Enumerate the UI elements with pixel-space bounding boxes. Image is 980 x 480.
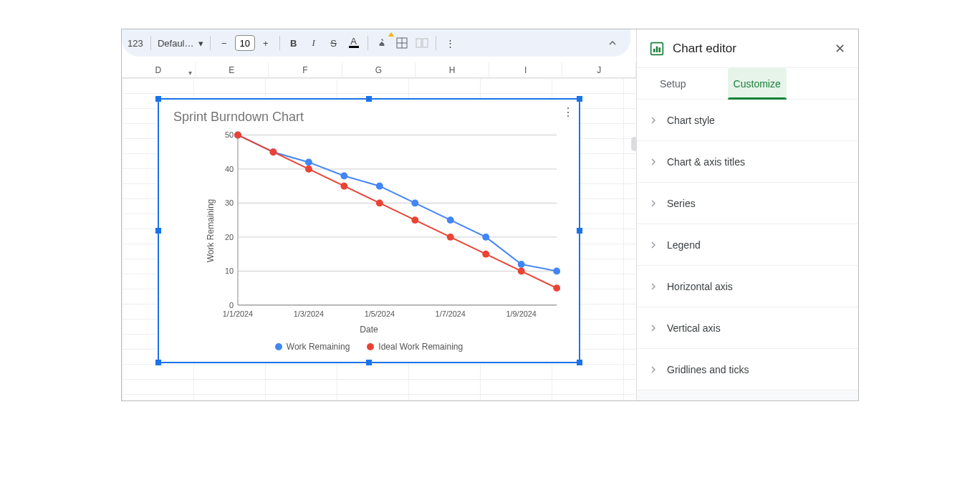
merge-cells-button[interactable] bbox=[413, 34, 431, 52]
svg-point-34 bbox=[234, 132, 241, 139]
toolbar: 123 Defaul… ▾ − + B I S A bbox=[122, 29, 630, 57]
strikethrough-button[interactable]: S bbox=[325, 34, 343, 52]
svg-point-33 bbox=[553, 267, 560, 274]
svg-point-31 bbox=[482, 234, 489, 241]
section-chart-axis-titles[interactable]: Chart & axis titles bbox=[637, 141, 858, 183]
svg-point-35 bbox=[270, 148, 277, 155]
font-family-label: Defaul… bbox=[158, 38, 194, 49]
chart-icon bbox=[650, 42, 664, 56]
svg-rect-4 bbox=[423, 39, 428, 47]
column-header[interactable]: G bbox=[342, 62, 416, 77]
svg-point-41 bbox=[482, 251, 489, 258]
svg-point-32 bbox=[518, 261, 525, 268]
column-header[interactable]: E bbox=[196, 62, 269, 77]
svg-point-26 bbox=[305, 158, 312, 165]
section-gridlines-and-ticks[interactable]: Gridlines and ticks bbox=[637, 349, 858, 390]
chevron-right-icon bbox=[650, 198, 657, 209]
svg-text:1/7/2024: 1/7/2024 bbox=[436, 309, 466, 318]
svg-text:1/9/2024: 1/9/2024 bbox=[506, 309, 537, 318]
sheet-area[interactable]: D▾EFGHIJ ⋮ Sprint Burndown Chart Work Re… bbox=[122, 62, 636, 400]
section-label: Chart style bbox=[667, 115, 715, 126]
svg-text:40: 40 bbox=[225, 165, 234, 173]
svg-point-43 bbox=[553, 284, 560, 292]
section-label: Horizontal axis bbox=[667, 281, 733, 292]
svg-text:50: 50 bbox=[225, 130, 234, 139]
chevron-down-icon: ▾ bbox=[198, 38, 203, 49]
svg-text:1/1/2024: 1/1/2024 bbox=[223, 309, 253, 318]
spreadsheet-pane: 123 Defaul… ▾ − + B I S A bbox=[122, 29, 636, 400]
column-header[interactable]: J bbox=[562, 62, 636, 77]
svg-rect-47 bbox=[659, 47, 661, 52]
number-format-button[interactable]: 123 bbox=[125, 34, 146, 52]
chevron-right-icon bbox=[650, 239, 657, 251]
svg-point-28 bbox=[376, 183, 383, 190]
svg-text:1/5/2024: 1/5/2024 bbox=[365, 309, 395, 318]
font-size-input[interactable] bbox=[235, 35, 255, 51]
svg-point-30 bbox=[447, 216, 454, 224]
section-label: Gridlines and ticks bbox=[667, 364, 749, 375]
svg-text:0: 0 bbox=[229, 301, 234, 309]
column-header[interactable]: D▾ bbox=[122, 62, 196, 77]
svg-point-37 bbox=[340, 183, 347, 190]
toolbar-separator bbox=[368, 36, 368, 50]
font-size-decrease-button[interactable]: − bbox=[215, 34, 234, 52]
section-horizontal-axis[interactable]: Horizontal axis bbox=[637, 266, 858, 307]
column-headers: D▾EFGHIJ bbox=[122, 62, 636, 78]
column-header[interactable]: I bbox=[489, 62, 563, 77]
close-button[interactable]: ✕ bbox=[835, 41, 845, 57]
svg-rect-46 bbox=[656, 46, 658, 52]
column-header[interactable]: H bbox=[415, 62, 489, 77]
section-legend[interactable]: Legend bbox=[637, 224, 858, 266]
toolbar-separator bbox=[150, 36, 151, 50]
toolbar-separator bbox=[436, 36, 436, 50]
svg-rect-3 bbox=[416, 39, 421, 47]
x-axis-label: Date bbox=[159, 325, 579, 335]
legend-label: Ideal Work Remaining bbox=[378, 342, 463, 352]
more-toolbar-button[interactable]: ⋮ bbox=[441, 34, 459, 52]
svg-point-40 bbox=[447, 234, 454, 241]
fill-color-button[interactable] bbox=[373, 34, 391, 52]
scrollbar-thumb[interactable] bbox=[631, 137, 636, 151]
chart-editor-header: Chart editor ✕ bbox=[637, 29, 858, 68]
text-color-button[interactable]: A bbox=[345, 34, 363, 52]
section-vertical-axis[interactable]: Vertical axis bbox=[637, 307, 858, 349]
svg-point-27 bbox=[340, 172, 347, 179]
svg-rect-45 bbox=[653, 49, 655, 52]
chevron-right-icon bbox=[650, 156, 657, 168]
tab-customize[interactable]: Customize bbox=[728, 68, 787, 99]
legend-item: Ideal Work Remaining bbox=[367, 342, 463, 352]
embedded-chart[interactable]: ⋮ Sprint Burndown Chart Work Remaining 0… bbox=[158, 98, 580, 363]
tab-setup[interactable]: Setup bbox=[654, 68, 692, 99]
chevron-right-icon bbox=[650, 364, 657, 375]
svg-text:10: 10 bbox=[225, 267, 234, 275]
borders-icon bbox=[396, 37, 408, 49]
paint-bucket-icon bbox=[376, 37, 388, 49]
font-family-dropdown[interactable]: Defaul… ▾ bbox=[155, 34, 206, 52]
legend-item: Work Remaining bbox=[275, 342, 350, 352]
bold-button[interactable]: B bbox=[284, 34, 303, 52]
italic-button[interactable]: I bbox=[304, 34, 323, 52]
merge-icon bbox=[415, 38, 428, 48]
chart-legend: Work RemainingIdeal Work Remaining bbox=[159, 342, 579, 352]
svg-point-39 bbox=[411, 216, 418, 224]
section-chart-style[interactable]: Chart style bbox=[637, 100, 858, 141]
chart-plot: 010203040501/1/20241/3/20241/5/20241/7/2… bbox=[159, 100, 579, 362]
toolbar-separator bbox=[210, 36, 211, 50]
font-size-increase-button[interactable]: + bbox=[256, 34, 275, 52]
section-label: Series bbox=[667, 198, 696, 209]
app-window: 123 Defaul… ▾ − + B I S A bbox=[121, 29, 859, 401]
editor-tabs: Setup Customize bbox=[637, 68, 858, 100]
borders-button[interactable] bbox=[393, 34, 411, 52]
chevron-right-icon bbox=[650, 115, 657, 126]
legend-swatch bbox=[275, 343, 282, 350]
section-label: Vertical axis bbox=[667, 322, 721, 334]
section-label: Legend bbox=[667, 239, 701, 251]
chevron-up-icon bbox=[608, 39, 617, 47]
svg-point-38 bbox=[376, 199, 383, 206]
column-header[interactable]: F bbox=[269, 62, 342, 77]
section-series[interactable]: Series bbox=[637, 183, 858, 224]
chevron-right-icon bbox=[650, 322, 657, 334]
svg-point-36 bbox=[305, 165, 312, 173]
collapse-toolbar-button[interactable] bbox=[603, 34, 622, 52]
legend-swatch bbox=[367, 343, 374, 350]
